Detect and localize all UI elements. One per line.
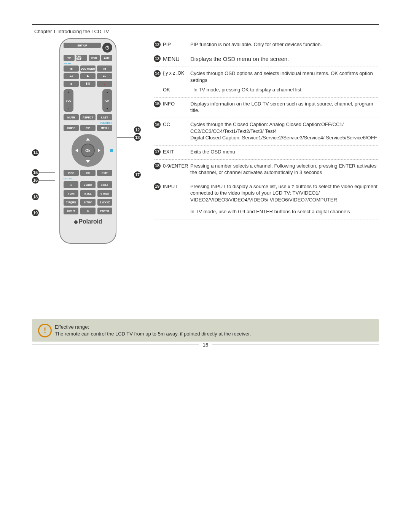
note-body: The remote can control the LCD TV from u…	[55, 331, 372, 337]
callout-badge: 15	[32, 169, 39, 176]
table-subrow: OK In TV mode, pressing OK to display a …	[154, 86, 379, 97]
remote-num-key: 8 TUV	[80, 199, 95, 206]
power-icon	[102, 43, 112, 53]
page-footer: 16	[32, 342, 379, 348]
row-badge: 18	[154, 163, 161, 169]
note-box: ! Effective range: The remote can contro…	[32, 319, 379, 342]
up-icon: ▲	[106, 91, 109, 94]
description-table: 12 PIP PIP function is not available. On…	[154, 38, 379, 219]
remote-num-key: 4 GHI	[64, 190, 78, 197]
remote-accent: AUDIO	[64, 62, 112, 65]
page-number: 16	[203, 342, 208, 348]
callout: 14	[32, 149, 55, 156]
remote-key: GUIDE	[64, 125, 79, 131]
row-desc: Displays the OSD menu on the screen.	[190, 55, 379, 63]
callout: 13	[117, 134, 141, 141]
row-desc: Cycles through OSD options and selects i…	[190, 70, 379, 83]
remote-key: MENU	[97, 125, 112, 131]
row-label: CC	[163, 121, 190, 141]
row-badge: 12	[154, 41, 161, 48]
remote-key-setup: SET UP	[64, 43, 101, 48]
callout-badge: 14	[32, 149, 39, 156]
remote-key: ⏮	[64, 66, 79, 72]
row-label: { y x z ,OK	[163, 70, 190, 83]
remote-key: ◂◂	[64, 73, 79, 79]
callout-badge: 18	[32, 193, 39, 200]
remote-num-key: 1	[64, 181, 78, 188]
row-label: PIP	[163, 41, 190, 48]
remote-num-key: 6 MNO	[97, 190, 112, 197]
remote-label: CH	[105, 99, 109, 102]
remote-key: ▸▸	[97, 73, 112, 79]
remote-key: DVD	[89, 55, 100, 61]
row-desc: Displays information on the LCD TV scree…	[190, 101, 379, 114]
callout-badge: 12	[134, 126, 141, 133]
remote-key: ■	[64, 81, 79, 87]
remote-body: SET UP TV CBL SAT DVD AUX AUDIO ⏮	[59, 38, 116, 244]
note-title: Effective range:	[55, 324, 372, 331]
diamond-icon: ◆	[74, 219, 78, 225]
remote-accent: RECALL	[64, 177, 112, 180]
chapter-title: Chapter 1 Introducing the LCD TV	[34, 29, 379, 34]
remote-num-key: 2 ABC	[80, 181, 95, 188]
remote-key: ●	[97, 81, 112, 87]
arrow-left-icon	[75, 149, 78, 152]
minus-icon: −	[68, 107, 70, 110]
remote-num-key: 3 DEF	[97, 181, 112, 188]
row-badge: 13	[154, 55, 161, 62]
footer-rule	[32, 345, 199, 345]
callout: 19	[32, 209, 55, 216]
remote-accent: FUNCTION	[64, 122, 112, 124]
row-desc: Exits the OSD menu	[190, 149, 379, 155]
footer-rule	[212, 345, 379, 345]
remote-vol-rocker: + VOL −	[64, 89, 73, 112]
remote-numpad: 1 2 ABC 3 DEF 4 GHI 5 JKL 6 MNO 7 PQRS 8…	[64, 181, 112, 214]
remote-key: DVD MENU	[80, 66, 96, 72]
remote-ch-rocker: ▲ CH ▼	[102, 89, 112, 112]
table-row: 15 INFO Displays information on the LCD …	[154, 97, 379, 118]
row-label: MENU	[163, 55, 190, 63]
row-desc: Cycles through the Closed Caption: Analo…	[190, 121, 379, 141]
top-rule	[32, 24, 379, 25]
remote-dpad: Ok	[64, 133, 112, 168]
remote-key: INFO	[64, 170, 79, 176]
remote-key: EXIT	[97, 170, 112, 176]
warning-icon: !	[38, 324, 52, 337]
callout-badge: 19	[32, 209, 39, 216]
content-row: SET UP TV CBL SAT DVD AUX AUDIO ⏮	[32, 38, 379, 251]
callout-badge: 13	[134, 134, 141, 141]
arrow-down-icon	[86, 160, 90, 163]
remote-key: MUTE	[64, 114, 79, 120]
callout: 12	[117, 126, 141, 133]
remote-ok-button: Ok	[81, 144, 95, 157]
table-row: 17 EXIT Exits the OSD menu	[154, 145, 379, 160]
polaroid-logo: ◆Polaroid	[64, 218, 112, 225]
remote-num-key: 0	[80, 208, 95, 214]
table-row: 13 MENU Displays the OSD menu on the scr…	[154, 52, 379, 67]
remote-key: ▶	[80, 73, 96, 79]
remote-num-key: 7 PQRS	[64, 199, 78, 206]
remote-key: LAST	[97, 114, 112, 120]
manual-page: Chapter 1 Introducing the LCD TV SET UP …	[0, 0, 411, 532]
row-label: 0-9/ENTER	[163, 163, 190, 176]
remote-key: ⏭	[97, 66, 112, 72]
row-label: OK	[163, 86, 190, 93]
table-row: 16 CC Cycles through the Closed Caption:…	[154, 118, 379, 145]
arrow-up-icon	[86, 138, 90, 141]
remote-num-key: 5 JKL	[80, 190, 95, 197]
plus-icon: +	[68, 91, 70, 94]
callout: 15	[32, 169, 55, 176]
row-label: INPUT	[163, 183, 190, 215]
row-badge: 16	[154, 121, 161, 128]
remote-key: ❚❚	[80, 81, 96, 87]
remote-key: PIP	[80, 125, 96, 131]
table-row: 14 { y x z ,OK Cycles through OSD option…	[154, 67, 379, 86]
remote-key: CC	[80, 170, 96, 176]
cyan-marker	[110, 149, 113, 152]
row-badge: 15	[154, 101, 161, 107]
callout: 18	[32, 193, 55, 200]
remote-num-key: INPUT	[64, 208, 78, 214]
callout-badge: 17	[134, 171, 141, 178]
row-label: EXIT	[163, 149, 190, 155]
row-badge: 19	[154, 183, 161, 190]
